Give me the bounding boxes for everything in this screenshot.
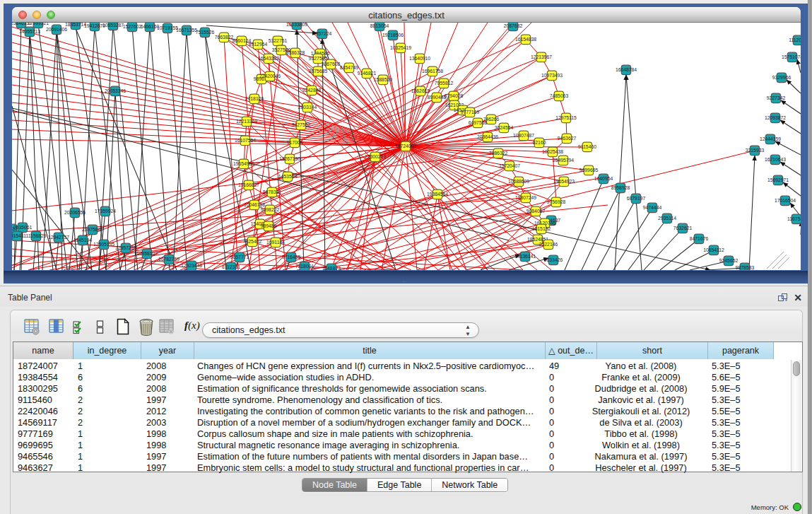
svg-text:2522146: 2522146 xyxy=(539,242,558,247)
svg-text:9227342: 9227342 xyxy=(767,95,786,100)
svg-text:917004: 917004 xyxy=(287,140,303,145)
svg-text:7485063: 7485063 xyxy=(550,93,569,98)
svg-text:10688609: 10688609 xyxy=(508,179,529,184)
svg-text:1148873: 1148873 xyxy=(322,266,341,270)
svg-text:3875685: 3875685 xyxy=(309,69,328,74)
svg-text:8912954: 8912954 xyxy=(249,42,268,47)
svg-text:9657771: 9657771 xyxy=(230,255,249,259)
svg-text:3215933: 3215933 xyxy=(746,148,765,153)
svg-text:16961758: 16961758 xyxy=(422,69,443,74)
svg-text:14055713: 14055713 xyxy=(19,29,40,34)
svg-text:9633426: 9633426 xyxy=(544,257,563,262)
svg-text:16543382: 16543382 xyxy=(258,56,279,61)
svg-text:8186328: 8186328 xyxy=(286,50,305,55)
svg-text:62160: 62160 xyxy=(533,140,546,145)
svg-text:15692971: 15692971 xyxy=(767,177,789,182)
svg-text:18724007: 18724007 xyxy=(395,144,416,148)
svg-text:12213967: 12213967 xyxy=(531,54,552,59)
svg-text:5322751: 5322751 xyxy=(269,38,288,43)
svg-text:19384554: 19384554 xyxy=(427,192,448,197)
svg-text:17359924: 17359924 xyxy=(95,209,116,214)
svg-text:23975867: 23975867 xyxy=(82,227,103,232)
svg-text:9498222: 9498222 xyxy=(261,207,280,212)
svg-text:1112094: 1112094 xyxy=(789,37,801,42)
svg-text:17016504: 17016504 xyxy=(775,198,796,203)
svg-text:14136141: 14136141 xyxy=(514,254,536,259)
svg-text:12444159: 12444159 xyxy=(760,136,781,141)
svg-text:20691406: 20691406 xyxy=(46,27,67,32)
svg-text:17957225: 17957225 xyxy=(115,245,136,250)
svg-text:2718126: 2718126 xyxy=(245,96,264,101)
svg-text:16648784: 16648784 xyxy=(616,67,637,72)
svg-text:10025438: 10025438 xyxy=(542,149,563,154)
svg-text:1588520: 1588520 xyxy=(374,77,393,82)
svg-text:7625402: 7625402 xyxy=(243,239,262,244)
svg-text:6879197: 6879197 xyxy=(627,196,646,201)
svg-text:12923448: 12923448 xyxy=(181,263,202,268)
svg-text:18807249: 18807249 xyxy=(515,195,536,200)
svg-text:7955812: 7955812 xyxy=(435,81,454,86)
svg-text:11156829: 11156829 xyxy=(25,233,46,238)
svg-text:10807487: 10807487 xyxy=(513,133,534,138)
svg-text:22420046: 22420046 xyxy=(259,74,281,78)
svg-text:15751074: 15751074 xyxy=(782,54,801,59)
svg-text:1453594: 1453594 xyxy=(278,174,298,179)
svg-text:1615132: 1615132 xyxy=(532,226,551,231)
svg-text:16154838: 16154838 xyxy=(515,37,536,42)
svg-text:7318001: 7318001 xyxy=(295,264,314,269)
svg-text:19218506: 19218506 xyxy=(382,33,404,37)
svg-text:8112331: 8112331 xyxy=(222,264,240,269)
svg-text:8678331: 8678331 xyxy=(263,189,282,194)
svg-text:8958928: 8958928 xyxy=(611,185,630,190)
svg-text:3915411: 3915411 xyxy=(12,233,26,238)
svg-text:9878583: 9878583 xyxy=(736,265,755,270)
svg-text:6794028: 6794028 xyxy=(445,93,464,98)
svg-text:10719155: 10719155 xyxy=(157,25,178,30)
svg-text:1640954: 1640954 xyxy=(594,176,613,181)
svg-text:12213369: 12213369 xyxy=(236,119,257,124)
svg-text:10325419: 10325419 xyxy=(390,45,411,50)
svg-text:9699695: 9699695 xyxy=(579,168,599,173)
svg-text:16033809: 16033809 xyxy=(286,23,307,27)
svg-text:7663822: 7663822 xyxy=(215,35,234,40)
svg-text:989489: 989489 xyxy=(261,223,277,228)
svg-text:16210643: 16210643 xyxy=(765,157,786,162)
svg-text:17999321: 17999321 xyxy=(28,23,49,25)
svg-text:1167539: 1167539 xyxy=(787,216,801,221)
svg-text:10653287: 10653287 xyxy=(102,23,124,28)
svg-text:2935114: 2935114 xyxy=(658,216,676,221)
svg-text:8813054: 8813054 xyxy=(370,23,389,28)
svg-text:19166827: 19166827 xyxy=(238,182,259,187)
svg-text:16782759: 16782759 xyxy=(158,257,180,262)
svg-text:12942757: 12942757 xyxy=(48,235,69,240)
svg-text:20053346: 20053346 xyxy=(105,88,126,93)
svg-text:20206556: 20206556 xyxy=(64,210,86,215)
svg-text:10654112: 10654112 xyxy=(703,247,724,252)
svg-text:2867608: 2867608 xyxy=(322,62,341,66)
svg-text:9329966: 9329966 xyxy=(772,75,792,80)
svg-text:9474444: 9474444 xyxy=(643,205,662,210)
svg-text:23300293: 23300293 xyxy=(365,154,386,159)
svg-text:7515526: 7515526 xyxy=(196,30,215,35)
svg-text:12093872: 12093872 xyxy=(765,115,786,120)
svg-text:6497568: 6497568 xyxy=(469,120,488,125)
svg-text:1691144: 1691144 xyxy=(266,240,285,245)
svg-text:3427552: 3427552 xyxy=(292,122,311,127)
svg-text:9146821: 9146821 xyxy=(358,71,377,76)
svg-text:1527602: 1527602 xyxy=(123,24,142,29)
svg-text:9245652: 9245652 xyxy=(719,258,739,263)
svg-text:1145194: 1145194 xyxy=(73,238,92,243)
svg-text:10973493: 10973493 xyxy=(541,73,563,78)
svg-text:10958107: 10958107 xyxy=(136,251,158,256)
svg-text:12975115: 12975115 xyxy=(555,115,577,120)
svg-text:16671355: 16671355 xyxy=(176,28,197,33)
svg-text:20364436: 20364436 xyxy=(477,134,498,139)
svg-text:2535061: 2535061 xyxy=(13,225,33,230)
svg-text:9084067: 9084067 xyxy=(526,209,546,214)
svg-text:1362615: 1362615 xyxy=(411,88,430,93)
svg-text:8990448: 8990448 xyxy=(428,95,447,100)
svg-text:9756928: 9756928 xyxy=(547,199,566,204)
svg-text:8454749: 8454749 xyxy=(340,65,359,70)
svg-text:18353714: 18353714 xyxy=(65,23,86,27)
svg-text:7632621: 7632621 xyxy=(673,226,693,230)
